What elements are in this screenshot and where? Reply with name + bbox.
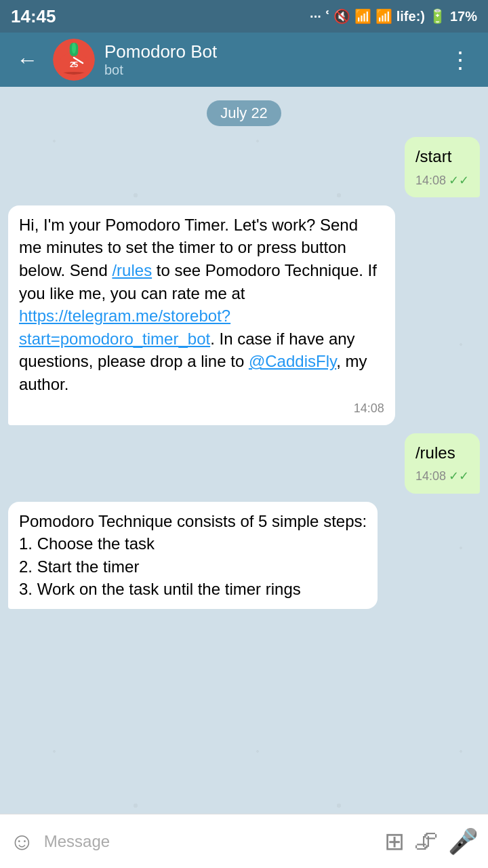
message-text: Pomodoro Technique consists of 5 simple …: [19, 512, 367, 599]
message-meta: 14:08: [19, 400, 384, 417]
message-meta: 14:08 ✓✓: [415, 172, 469, 189]
wifi-icon: 📶: [354, 8, 371, 24]
bot-avatar: 25: [53, 39, 95, 81]
chat-area: July 22 /start 14:08 ✓✓ Hi, I'm your Pom…: [0, 87, 488, 814]
emoji-button[interactable]: ☺: [9, 827, 35, 856]
header-info: Pomodoro Bot bot: [104, 41, 434, 78]
mute-icon: 🔇: [333, 8, 350, 24]
message-input[interactable]: [44, 832, 375, 851]
svg-point-4: [72, 43, 76, 54]
message-status: ✓✓: [449, 468, 469, 485]
message-row: /rules 14:08 ✓✓: [8, 433, 480, 494]
message-row: Pomodoro Technique consists of 5 simple …: [8, 502, 480, 609]
more-button[interactable]: ⋮: [443, 43, 477, 76]
message-text: Hi, I'm your Pomodoro Timer. Let's work?…: [19, 216, 377, 393]
message-text: /rules: [415, 443, 455, 462]
signal-icon: 📶: [375, 8, 392, 24]
status-icons: ··· ʿ️ 🔇 📶 📶 life:) 🔋 17%: [310, 8, 477, 24]
back-button[interactable]: ←: [11, 45, 43, 75]
storebot-link[interactable]: https://telegram.me/storebot?start=pomod…: [19, 307, 230, 348]
message-meta: 14:08 ✓✓: [415, 468, 469, 485]
message-time: 14:08: [415, 172, 446, 189]
bot-subtitle: bot: [104, 62, 434, 78]
bubble-sent-rules: /rules 14:08 ✓✓: [405, 433, 480, 494]
attach-icon[interactable]: 🖇: [414, 827, 439, 856]
chat-header: ← 25 Pomodoro Bot bot ⋮: [0, 33, 488, 87]
author-link[interactable]: @CaddisFly: [249, 352, 336, 370]
bubble-received-welcome: Hi, I'm your Pomodoro Timer. Let's work?…: [8, 205, 395, 425]
message-text: /start: [415, 147, 451, 165]
battery-label: life:): [396, 9, 425, 24]
message-time: 14:08: [354, 400, 384, 417]
bubble-sent-start: /start 14:08 ✓✓: [405, 137, 480, 197]
battery-icon: 🔋: [429, 8, 446, 24]
status-bar: 14:45 ··· ʿ️ 🔇 📶 📶 life:) 🔋 17%: [0, 0, 488, 33]
date-label: July 22: [207, 100, 281, 126]
bottom-bar: ☺ ⊞ 🖇 🎤: [0, 814, 488, 868]
mic-icon[interactable]: 🎤: [448, 827, 479, 856]
bubble-received-rules: Pomodoro Technique consists of 5 simple …: [8, 502, 378, 609]
bot-name: Pomodoro Bot: [104, 41, 434, 62]
battery-percent: 17%: [450, 9, 477, 24]
status-time: 14:45: [11, 6, 56, 27]
rules-link[interactable]: /rules: [112, 261, 152, 279]
message-status: ✓✓: [449, 172, 469, 189]
svg-text:25: 25: [70, 60, 78, 68]
message-row: Hi, I'm your Pomodoro Timer. Let's work?…: [8, 205, 480, 425]
message-time: 14:08: [415, 468, 446, 485]
message-row: /start 14:08 ✓✓: [8, 137, 480, 197]
date-divider: July 22: [8, 100, 480, 126]
dots-icon: ···: [310, 9, 321, 24]
keyboard-icon[interactable]: ⊞: [384, 827, 405, 856]
bluetooth-icon: ʿ️: [325, 8, 329, 24]
